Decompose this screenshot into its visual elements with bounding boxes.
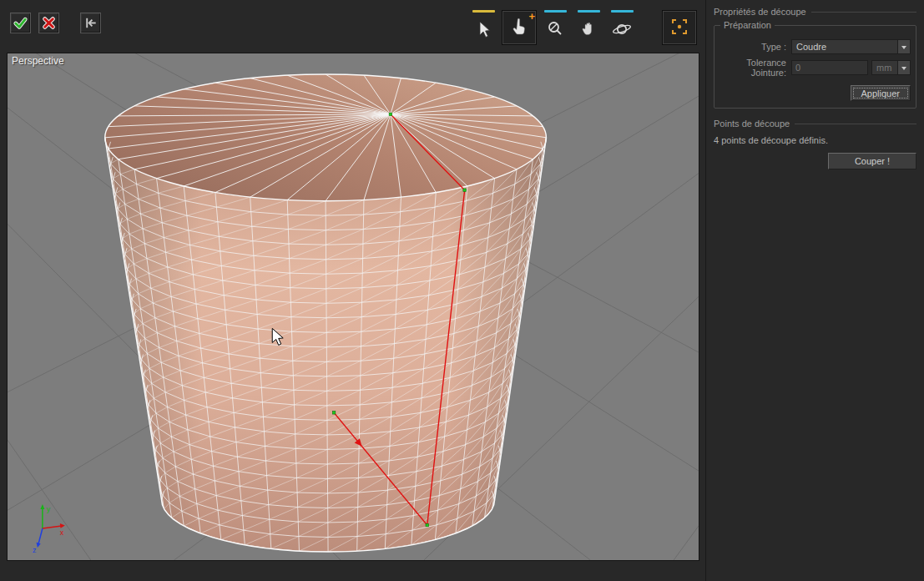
workspace-column: + [0,0,705,581]
viewport-label: Perspective [12,55,64,67]
tolerance-row: Tolerance Jointure: mm [720,58,911,78]
divider [795,124,916,124]
plus-icon: + [528,12,535,21]
panel-title: Propriétés de découpe [714,7,916,17]
frame-icon [669,17,689,39]
chevron-down-icon[interactable] [897,40,910,53]
tolerance-input[interactable] [791,60,868,75]
hand-icon [578,18,600,40]
cut-button[interactable]: Couper ! [828,153,916,169]
zoom-icon [544,18,567,40]
cylinder-mesh [105,74,547,552]
zoom-tool-indicator [544,10,567,13]
zoom-tool[interactable] [538,10,572,40]
add-cut-point-tool[interactable]: + [502,10,537,45]
cut-points-header-text: Points de découpe [714,119,790,129]
pan-tool-indicator [578,10,600,13]
type-row: Type : Coudre [720,39,911,54]
cut-row: Couper ! [714,153,916,169]
axis-label-x: x [60,528,64,537]
frame-selection-tool[interactable] [662,10,697,45]
apply-button[interactable]: Appliquer [851,85,911,101]
apply-row: Appliquer [720,85,911,101]
cut-points-status: 4 points de découpe définis. [714,135,916,145]
toolbar-tool-group: + [467,10,699,45]
panel-title-text: Propriétés de découpe [714,7,806,17]
type-label: Type : [720,42,791,52]
select-tool[interactable] [467,10,500,40]
divider [811,12,916,13]
cut-point [463,189,467,192]
cut-point [389,113,392,116]
preparation-group: Préparation Type : Coudre Tolerance Join… [714,25,916,109]
cut-point [426,523,429,527]
viewport-3d[interactable]: y x z Perspective [7,53,699,561]
cut-points-header: Points de découpe [714,119,916,129]
scene-canvas: y x z [8,53,699,560]
tolerance-label: Tolerance Jointure: [720,58,791,78]
unit-dropdown-value: mm [872,61,897,74]
select-tool-indicator [472,10,495,13]
planet-icon [611,18,634,40]
check-icon [13,15,28,31]
properties-panel: Propriétés de découpe Préparation Type :… [705,0,924,581]
confirm-button[interactable] [10,13,31,33]
skip-start-icon [83,15,98,31]
pan-tool[interactable] [572,10,605,40]
cut-point [332,411,336,414]
axis-label-y: y [47,505,51,513]
orbit-tool[interactable] [605,10,639,40]
chevron-down-icon[interactable] [897,61,910,74]
toolbar-left-group [10,10,101,33]
cancel-button[interactable] [38,13,59,33]
toolbar: + [0,0,705,53]
unit-dropdown[interactable]: mm [871,60,911,75]
preparation-group-label: Préparation [720,20,775,30]
type-dropdown-value: Coudre [792,40,897,53]
orbit-tool-indicator [611,10,634,13]
return-to-start-button[interactable] [80,13,101,33]
application-window: + [0,0,924,581]
cursor-icon [472,18,495,40]
pointer-add-icon [509,17,529,39]
x-icon [41,15,57,31]
axis-label-z: z [33,546,37,554]
type-dropdown[interactable]: Coudre [791,39,911,54]
axis-gizmo: y x z [33,504,65,554]
